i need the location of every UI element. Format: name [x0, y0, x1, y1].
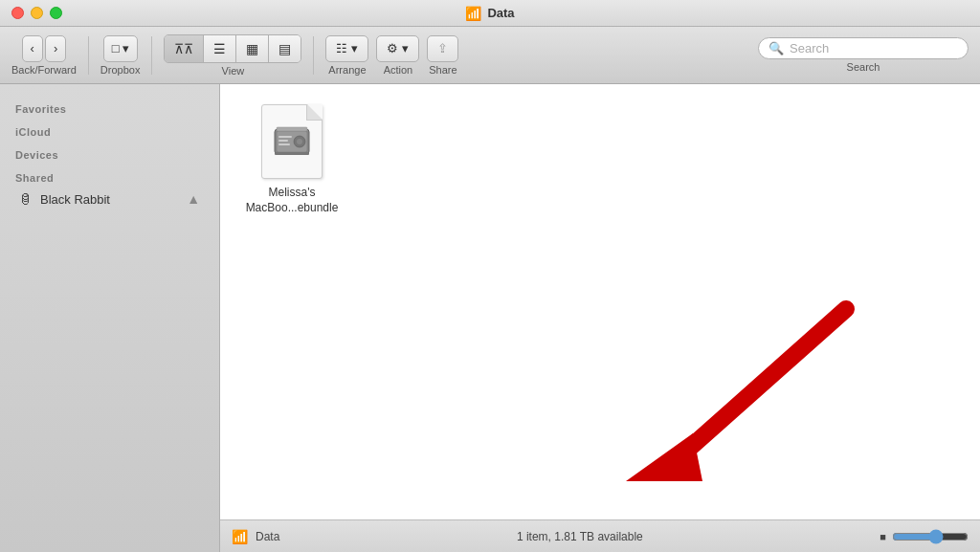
file-item[interactable]: Melissa's MacBoo...ebundle [239, 103, 345, 215]
dropbox-icon: □ [112, 41, 120, 55]
file-label: Melissa's MacBoo...ebundle [239, 186, 345, 215]
separator-1 [88, 36, 89, 75]
arrange-label: Arrange [328, 64, 366, 76]
eject-icon[interactable]: ▲ [187, 191, 200, 207]
svg-rect-6 [278, 144, 290, 145]
icon-view-button[interactable]: ⊼⊼ [165, 35, 204, 62]
dropbox-chevron-icon: ▾ [122, 41, 129, 55]
sidebar-section-icloud: iCloud [0, 119, 219, 142]
arrange-button[interactable]: ☷ ▾ [325, 35, 368, 62]
status-info: 1 item, 1.81 TB available [279, 530, 880, 543]
svg-point-3 [297, 139, 302, 144]
back-forward-group: ‹ › Back/Forward [11, 35, 77, 76]
share-label: Share [429, 64, 457, 76]
status-left: 📶 Data [232, 529, 279, 544]
sidebar-section-favorites: Favorites [0, 96, 219, 119]
sidebar-item-label: Black Rabbit [40, 192, 110, 207]
back-forward-label: Back/Forward [11, 64, 77, 76]
traffic-lights [11, 7, 62, 19]
content-main: Melissa's MacBoo...ebundle [220, 84, 980, 519]
search-input-wrapper[interactable]: 🔍 [758, 37, 969, 59]
gallery-view-button[interactable]: ▤ [269, 35, 301, 62]
svg-marker-11 [626, 433, 702, 481]
share-group: ⇪ Share [427, 35, 458, 76]
status-bar: 📶 Data 1 item, 1.81 TB available ■ [220, 519, 980, 552]
maximize-button[interactable] [50, 7, 62, 19]
svg-line-10 [674, 309, 846, 462]
drive-icon: 🛢 [19, 191, 33, 207]
dropbox-button[interactable]: □ ▾ [103, 35, 138, 62]
close-button[interactable] [11, 7, 24, 19]
minimize-button[interactable] [31, 7, 43, 19]
search-label: Search [847, 61, 880, 73]
sidebar: Favorites iCloud Devices Shared 🛢 Black … [0, 84, 220, 552]
column-view-button[interactable]: ▦ [236, 35, 269, 62]
dropbox-group: □ ▾ Dropbox [100, 35, 141, 76]
toolbar: ‹ › Back/Forward □ ▾ Dropbox ⊼⊼ ☰ ▦ ▤ Vi… [0, 27, 980, 84]
svg-rect-4 [278, 136, 292, 138]
document-icon [261, 104, 323, 179]
back-button[interactable]: ‹ [22, 35, 43, 62]
share-icon: ⇪ [437, 41, 448, 55]
search-bar: 🔍 Search [758, 37, 969, 73]
content-area: Melissa's MacBoo...ebundle 📶 Data [220, 84, 980, 552]
action-label: Action [384, 64, 413, 76]
window-title-text: Data [487, 6, 514, 20]
status-drive-name: Data [256, 530, 279, 543]
arrange-chevron-icon: ▾ [351, 41, 358, 55]
sidebar-item-black-rabbit[interactable]: 🛢 Black Rabbit ▲ [4, 188, 215, 210]
gear-icon: ⚙ [387, 41, 398, 55]
doc-corner [306, 105, 322, 121]
main: Favorites iCloud Devices Shared 🛢 Black … [0, 84, 980, 552]
dropbox-label: Dropbox [100, 64, 141, 76]
svg-rect-7 [277, 127, 307, 131]
svg-rect-5 [278, 140, 288, 142]
view-btn-group: ⊼⊼ ☰ ▦ ▤ [164, 34, 301, 63]
sidebar-section-shared: Shared [0, 165, 219, 188]
hdd-svg-icon [273, 123, 311, 160]
action-group: ⚙ ▾ Action [376, 35, 419, 76]
arrange-icon: ☷ [336, 41, 347, 55]
window-title-icon: 📶 [465, 6, 481, 21]
list-view-button[interactable]: ☰ [204, 35, 236, 62]
status-drive-icon: 📶 [232, 529, 248, 544]
zoom-minus-icon: ■ [880, 531, 886, 542]
title-bar: 📶 Data [0, 0, 980, 27]
svg-rect-8 [275, 152, 309, 155]
separator-3 [313, 36, 314, 75]
red-arrow [597, 290, 884, 500]
window-title: 📶 Data [465, 6, 514, 21]
file-icon-wrapper [254, 103, 330, 180]
sidebar-section-devices: Devices [0, 142, 219, 165]
separator-2 [151, 36, 152, 75]
zoom-slider[interactable] [892, 529, 969, 544]
view-group: ⊼⊼ ☰ ▦ ▤ View [164, 34, 301, 77]
action-button[interactable]: ⚙ ▾ [376, 35, 419, 62]
search-icon: 🔍 [768, 41, 784, 55]
view-label: View [222, 65, 245, 77]
share-button[interactable]: ⇪ [427, 35, 458, 62]
search-input[interactable] [790, 41, 958, 55]
status-right: ■ [880, 529, 969, 544]
arrange-group: ☷ ▾ Arrange [325, 35, 368, 76]
action-chevron-icon: ▾ [402, 41, 409, 55]
forward-button[interactable]: › [45, 35, 66, 62]
